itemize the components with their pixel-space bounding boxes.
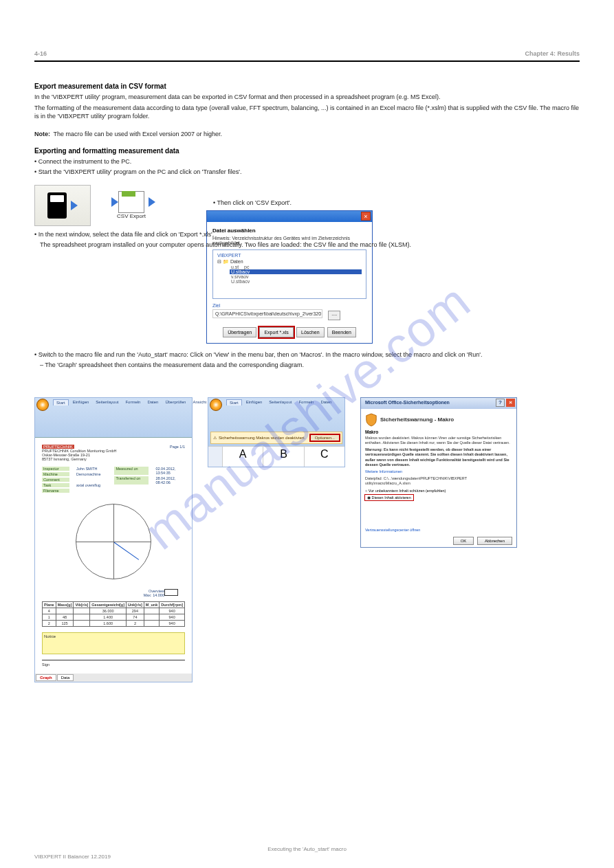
security-text: Makros wurden deaktiviert. Makros können…: [365, 436, 512, 445]
ribbon-tab[interactable]: Überprüfen: [162, 399, 188, 405]
ribbon-tab[interactable]: Daten: [144, 399, 161, 405]
transfer-files-icon: [34, 185, 91, 226]
macro-warning-screenshot: Start Einfügen Seitenlayout Formeln Date…: [208, 397, 345, 467]
excel-ribbon: Start Einfügen Seitenlayout Formeln Date…: [35, 398, 192, 438]
radio-protect[interactable]: ○ Vor unbekanntem Inhalt schützen (empfo…: [365, 489, 512, 493]
excel-report-screenshot: Start Einfügen Seitenlayout Formeln Date…: [34, 397, 193, 682]
dialog-heading: Datei auswählen: [212, 227, 366, 234]
legend-box: [164, 589, 178, 596]
radio-enable[interactable]: ◉ Diesen Inhalt aktivieren: [365, 495, 413, 500]
step: • Then click on 'CSV Export'.: [213, 199, 488, 208]
office-button-icon[interactable]: [210, 399, 222, 411]
tree-item[interactable]: v.srvaov: [230, 274, 362, 279]
page-footer: Executing the 'Auto_start' macro VIBXPER…: [34, 846, 580, 860]
tree-item[interactable]: u.st__pc: [230, 265, 362, 269]
footer-caption: Executing the 'Auto_start' macro: [267, 846, 347, 852]
data-table: PlaneMass[g]Vib[r/s] Gesamtgewicht[g]Unk…: [42, 601, 185, 627]
help-icon[interactable]: ?: [496, 399, 505, 407]
ribbon-tab[interactable]: Formeln: [122, 399, 143, 405]
arrow-right-icon: [111, 197, 118, 207]
note-label: Note:: [34, 131, 50, 137]
paragraph: The formatting of the measurement data a…: [34, 104, 580, 121]
exit-button[interactable]: Beenden: [327, 327, 356, 337]
page-indicator: Page 1/1: [170, 445, 185, 461]
step: The spreadsheet program installed on you…: [40, 241, 580, 249]
tree-item-selected[interactable]: U.stbacv: [230, 269, 362, 274]
section-heading-csv-export: Export measurement data in CSV format: [34, 82, 580, 90]
ribbon-tab[interactable]: Seitenlayout: [266, 399, 294, 405]
vector-line: [113, 542, 139, 560]
csv-export-icon: CSV Export: [103, 185, 160, 226]
warning-text: Sicherheitswarnung Makros wurden deaktiv…: [219, 436, 305, 440]
security-options-dialog: Microsoft Office-Sicherheitsoptionen × ?…: [360, 397, 517, 548]
security-heading: Sicherheitswarnung - Makro: [365, 413, 512, 427]
target-label: Ziel: [212, 303, 366, 308]
security-warning: Warnung: Es kann nicht festgestellt werd…: [365, 447, 512, 467]
ribbon-tab[interactable]: Formeln: [296, 399, 316, 405]
arrow-right-icon: [71, 201, 78, 210]
sign-label: Sign: [42, 663, 50, 667]
step: – The 'Graph' spreadsheet then contains …: [40, 361, 580, 370]
subsection-heading: Exporting and formatting measurement dat…: [34, 147, 580, 155]
options-button[interactable]: Optionen...: [310, 434, 340, 441]
footer-docref: VIBXPERT II Balancer 12.2019: [34, 854, 111, 860]
step: • Connect the instrument to the PC.: [34, 157, 580, 166]
more-info-link[interactable]: Weitere Informationen: [365, 469, 512, 474]
transfer-button[interactable]: Übertragen: [223, 327, 256, 337]
close-icon[interactable]: ×: [506, 399, 515, 407]
trust-center-link[interactable]: Vertrauensstellungscenter öffnen: [365, 528, 512, 532]
tree-root: VIBXPERT: [217, 253, 362, 258]
warning-icon: ⚠: [213, 435, 217, 440]
note-text: The macro file can be used with Excel ve…: [53, 131, 222, 137]
ribbon-tab[interactable]: Seitenlayout: [93, 399, 121, 405]
sheet-tab-graph[interactable]: Graph: [36, 674, 56, 681]
security-warning-bar: ⚠ Sicherheitswarnung Makros wurden deakt…: [210, 432, 342, 444]
sheet-tabs[interactable]: Graph Data: [35, 674, 192, 682]
ribbon-tab[interactable]: Ansicht: [190, 399, 209, 405]
sheet-tab-data[interactable]: Data: [57, 674, 74, 681]
device-icon: [47, 192, 67, 219]
step: • Switch to the macro file and run the '…: [34, 350, 580, 359]
dialog-titlebar: Microsoft Office-Sicherheitsoptionen × ?: [361, 398, 516, 409]
header-chapter: Chapter 4: Results: [525, 50, 580, 57]
cancel-button[interactable]: Abbrechen: [477, 537, 512, 545]
delete-button[interactable]: Löschen: [296, 327, 324, 337]
notes-box: Notice: [42, 632, 185, 654]
screenshot-row: Start Einfügen Seitenlayout Formeln Date…: [34, 397, 580, 682]
overview-max: Max: 14.000: [144, 593, 164, 597]
close-icon[interactable]: ×: [361, 212, 371, 221]
export-xls-button[interactable]: Export *.xls: [259, 327, 293, 337]
ribbon-tab[interactable]: Daten: [318, 399, 334, 405]
paragraph: In the 'VIBXPERT utility' program, measu…: [34, 93, 580, 102]
browse-button[interactable]: ....: [328, 311, 340, 320]
dialog-titlebar: ×: [207, 211, 372, 222]
shield-icon: [365, 413, 377, 427]
ribbon-tab[interactable]: Einfügen: [243, 399, 265, 405]
ribbon-tab[interactable]: Start: [226, 399, 242, 405]
arrow-right-icon: [149, 197, 155, 207]
tree-folder[interactable]: ⊟ 📁 Daten: [217, 259, 362, 265]
step: • Start the 'VIBXPERT utility' program o…: [34, 168, 580, 177]
ribbon-tab[interactable]: Start: [53, 399, 69, 405]
office-button-icon[interactable]: [36, 399, 49, 411]
file-select-dialog: × Datei auswählen Hinweis: Verzeichnisst…: [206, 210, 373, 344]
file-icon: [118, 191, 144, 213]
header-page-number: 4-16: [34, 50, 47, 57]
polar-chart: [76, 504, 151, 579]
tree-item[interactable]: U.stbacv: [230, 279, 362, 284]
security-sub: Makro: [365, 430, 512, 434]
target-path-input[interactable]: Q:\GRAPHICS\vibxpert\bal\deutsch\vxp_2\v…: [212, 309, 322, 318]
csv-export-label: CSV Export: [117, 213, 146, 219]
page-header: 4-16 Chapter 4: Results: [34, 27, 580, 62]
ok-button[interactable]: OK: [453, 537, 474, 545]
file-tree[interactable]: VIBXPERT ⊟ 📁 Daten u.st__pc U.stbacv v.s…: [212, 249, 366, 299]
filepath-label: Dateipfad:: [365, 476, 382, 480]
ribbon-tab[interactable]: Einfügen: [70, 399, 92, 405]
